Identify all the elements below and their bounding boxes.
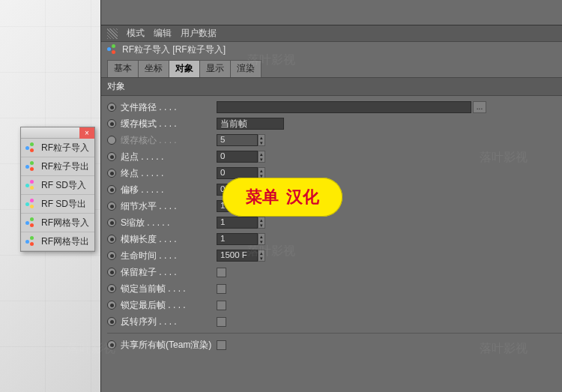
particle-icon	[25, 199, 37, 210]
particle-icon	[25, 180, 37, 191]
palette-item-label: RF粒子导出	[41, 160, 89, 173]
palette-item-RF SD导入[interactable]: RF SD导入	[21, 176, 94, 195]
filepath-input[interactable]	[217, 101, 471, 113]
radio-icon[interactable]	[107, 235, 116, 244]
checkbox[interactable]	[217, 284, 226, 294]
palette-item-RF网格导出[interactable]: RF网格导出	[21, 232, 94, 251]
particle-icon	[25, 217, 37, 229]
radio-icon[interactable]	[107, 169, 116, 178]
prop-label: 共享所有帧(Team渲染)	[121, 339, 217, 352]
tab-坐标[interactable]: 坐标	[138, 60, 169, 77]
particle-icon	[25, 161, 37, 172]
properties-list: 文件路径 . . . ....缓存模式 . . . .当前帧缓存核心 . . .…	[101, 96, 562, 356]
prop-label: 模糊长度 . . . .	[121, 233, 217, 246]
menu-userdata[interactable]: 用户数据	[181, 27, 217, 40]
prop-生命时间: 生命时间 . . . .1500 F▴▾	[107, 247, 562, 264]
prop-label: 缓存模式 . . . .	[121, 118, 217, 130]
prop-label: 起点 . . . . .	[121, 151, 217, 163]
prop-终点: 终点 . . . . .0▴▾	[107, 165, 562, 181]
menu-edit[interactable]: 编辑	[154, 27, 172, 40]
prop-反转序列: 反转序列 . . . .	[107, 313, 562, 330]
prop-模糊长度: 模糊长度 . . . .1▴▾	[107, 231, 562, 247]
tab-渲染[interactable]: 渲染	[230, 60, 262, 77]
menu-mode[interactable]: 模式	[127, 27, 145, 40]
palette-item-RF粒子导入[interactable]: RF粒子导入	[21, 139, 94, 157]
prop-S缩放: S缩放 . . . . .1▴▾	[107, 214, 562, 231]
attributes-menubar: 模式 编辑 用户数据	[101, 25, 562, 42]
radio-icon[interactable]	[107, 284, 116, 293]
radio-icon[interactable]	[107, 103, 116, 112]
stepper-icon[interactable]: ▴▾	[258, 151, 265, 163]
panel-top-gap	[101, 0, 562, 25]
stepper-icon[interactable]: ▴▾	[258, 233, 265, 245]
palette-titlebar[interactable]: ×	[21, 127, 94, 139]
annotation-badge: 菜单 汉化	[223, 178, 342, 217]
prop-缓存模式: 缓存模式 . . . .当前帧	[107, 115, 562, 132]
numeric-input[interactable]: 1	[217, 233, 258, 245]
prop-label: 反转序列 . . . .	[121, 316, 217, 328]
prop-label: 缓存核心 . . . .	[121, 134, 217, 147]
prop-label: 细节水平 . . . .	[121, 200, 217, 213]
dropdown-缓存模式[interactable]: 当前帧	[217, 118, 284, 130]
prop-label: 锁定当前帧 . . . .	[121, 283, 217, 295]
palette-item-RF SD导出[interactable]: RF SD导出	[21, 195, 94, 214]
palette-item-label: RF SD导出	[41, 198, 86, 211]
object-header: RF粒子导入 [RF粒子导入]	[101, 42, 562, 57]
palette-item-label: RF网格导入	[41, 217, 89, 229]
object-name: RF粒子导入 [RF粒子导入]	[122, 43, 226, 56]
prop-label: 终点 . . . . .	[121, 167, 217, 180]
checkbox[interactable]	[217, 317, 226, 327]
prop-label: 生命时间 . . . .	[121, 250, 217, 262]
radio-icon[interactable]	[107, 185, 116, 194]
particle-icon	[107, 44, 118, 55]
numeric-input[interactable]: 1	[217, 217, 258, 229]
radio-icon[interactable]	[107, 218, 116, 227]
stepper-icon[interactable]: ▴▾	[258, 134, 265, 146]
numeric-input[interactable]: 1500 F	[217, 250, 258, 262]
plugin-palette[interactable]: × RF粒子导入RF粒子导出RF SD导入RF SD导出RF网格导入RF网格导出	[20, 127, 95, 252]
prop-label: S缩放 . . . . .	[121, 217, 217, 229]
tab-对象[interactable]: 对象	[169, 60, 200, 77]
radio-icon[interactable]	[107, 119, 116, 128]
prop-锁定最后帧: 锁定最后帧 . . . .	[107, 297, 562, 313]
prop-锁定当前帧: 锁定当前帧 . . . .	[107, 280, 562, 297]
prop-缓存核心: 缓存核心 . . . .5▴▾	[107, 132, 562, 148]
palette-item-label: RF SD导入	[41, 179, 86, 192]
palette-item-RF网格导入[interactable]: RF网格导入	[21, 214, 94, 232]
radio-icon[interactable]	[107, 317, 116, 326]
particle-icon	[25, 236, 37, 247]
radio-icon[interactable]	[107, 268, 116, 277]
numeric-input[interactable]: 5	[217, 134, 258, 146]
section-header: 对象	[101, 77, 562, 96]
prop-label: 文件路径 . . . .	[121, 101, 217, 114]
checkbox[interactable]	[217, 268, 226, 277]
badge-word-2: 汉化	[286, 186, 319, 208]
palette-item-label: RF网格导出	[41, 235, 89, 248]
checkbox[interactable]	[217, 301, 226, 310]
drag-handle-icon[interactable]	[107, 28, 118, 39]
stepper-icon[interactable]: ▴▾	[258, 250, 265, 262]
prop-起点: 起点 . . . . .0▴▾	[107, 148, 562, 165]
radio-icon[interactable]	[107, 301, 116, 310]
radio-icon[interactable]	[107, 202, 116, 211]
radio-icon[interactable]	[107, 251, 116, 260]
badge-word-1: 菜单	[246, 186, 279, 208]
prop-文件路径: 文件路径 . . . ....	[107, 99, 562, 115]
palette-item-label: RF粒子导入	[41, 142, 89, 154]
particle-icon	[25, 142, 37, 154]
prop-label: 锁定最后帧 . . . .	[121, 299, 217, 312]
prop-保留粒子: 保留粒子 . . . .	[107, 264, 562, 280]
palette-item-RF粒子导出[interactable]: RF粒子导出	[21, 157, 94, 176]
radio-icon[interactable]	[107, 136, 116, 145]
stepper-icon[interactable]: ▴▾	[258, 217, 265, 229]
prop-共享所有帧(Team渲染): 共享所有帧(Team渲染)	[107, 337, 562, 353]
browse-button[interactable]: ...	[473, 101, 486, 113]
radio-icon[interactable]	[107, 340, 116, 349]
numeric-input[interactable]: 0	[217, 151, 258, 163]
checkbox[interactable]	[217, 340, 226, 350]
prop-label: 保留粒子 . . . .	[121, 266, 217, 279]
close-icon[interactable]: ×	[79, 127, 94, 139]
radio-icon[interactable]	[107, 152, 116, 161]
tab-显示[interactable]: 显示	[199, 60, 231, 77]
tab-基本[interactable]: 基本	[107, 60, 139, 77]
